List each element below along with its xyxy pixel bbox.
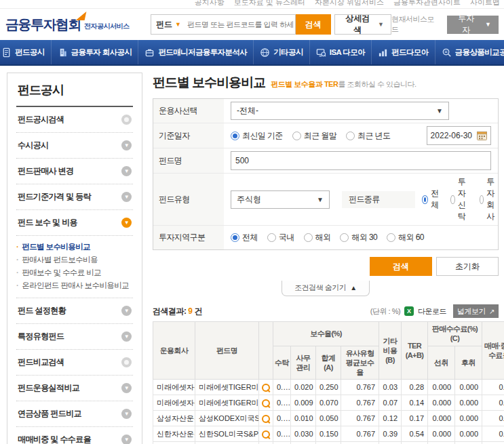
- nav-item[interactable]: 펀드다모아: [371, 40, 435, 64]
- cell-fund-name: 미래에셋TIGER미…: [195, 380, 259, 395]
- cell-value: 0.12: [379, 411, 402, 426]
- cell-value: 0.…: [273, 395, 291, 411]
- cell-value: 0.07: [379, 395, 402, 411]
- dot-icon: [121, 357, 132, 367]
- sidebar-item[interactable]: 매매비중 및 수수료율▼: [16, 427, 133, 444]
- nav-item[interactable]: 펀드매니저금융투자분석사: [138, 40, 253, 64]
- radio-dot: [292, 132, 301, 140]
- radio-option[interactable]: 투자신탁: [450, 176, 469, 222]
- sidebar-subitem[interactable]: ·판매보수 및 수수료 비교: [16, 266, 133, 279]
- calendar-icon[interactable]: [477, 131, 487, 140]
- sidebar-subitem-label: 판매보수 및 수수료 비교: [22, 266, 101, 279]
- search-scope-dropdown[interactable]: 펀드 ▼: [151, 19, 186, 31]
- table-row: 미래에셋자산…미래에셋TIGER미…0.…0.0090.0700.7670.07…: [153, 395, 504, 411]
- radio-option[interactable]: 전체: [422, 188, 441, 211]
- sidebar-item[interactable]: 연금상품 펀드비교▼: [16, 401, 133, 427]
- top-utility-links: 공지사항보도자료 및 뉴스레터자본시장 위임서비스금융투자관련사이트사이트맵: [185, 0, 500, 7]
- radio-option[interactable]: 해외: [304, 232, 331, 243]
- logo[interactable]: 금융투자협회 전자공시서비스: [5, 18, 147, 31]
- sidebar-item[interactable]: 펀드판매사 변경▼: [16, 159, 133, 184]
- sidebar-subitem[interactable]: ·펀드별 보수비용비교: [16, 241, 133, 254]
- radio-option[interactable]: 전체: [231, 232, 258, 243]
- company-select[interactable]: -전체- ▼: [231, 102, 449, 120]
- radio-label: 해외 60: [398, 232, 424, 243]
- radio-option[interactable]: 최근 월말: [292, 130, 336, 142]
- magnifier-icon[interactable]: [262, 415, 270, 423]
- col-front-load: 선취: [428, 346, 455, 380]
- sidebar-item[interactable]: 수시공시▼: [16, 133, 133, 159]
- excel-icon[interactable]: X: [404, 306, 414, 316]
- sidebar-item[interactable]: 펀드 설정현황▼: [16, 298, 133, 324]
- col-company: 운용회사: [153, 322, 195, 380]
- radio-option[interactable]: 국내: [267, 232, 294, 243]
- cell-value: 0.03: [379, 380, 402, 395]
- radio-option[interactable]: 최근 년도: [346, 130, 390, 142]
- nav-item-label: 펀드다모아: [391, 47, 429, 58]
- top-link[interactable]: 자본시장 위임서비스: [315, 0, 384, 6]
- sidebar-item[interactable]: 펀드비교검색: [16, 350, 133, 376]
- sidebar-subitem[interactable]: ·온라인펀드 판매사 보수비용비교: [16, 279, 133, 292]
- region-radios: 전체국내해외해외 30해외 60: [224, 226, 498, 249]
- magnifier-icon[interactable]: [262, 384, 270, 392]
- chevron-down-icon: ▼: [121, 218, 132, 228]
- nav-item[interactable]: 기타공시: [253, 40, 309, 64]
- magnifier-icon[interactable]: [262, 399, 270, 407]
- header-search: 펀드 ▼ 검색 상세검색 ▼: [151, 14, 391, 35]
- radio-dot: [346, 132, 355, 140]
- form-reset-button[interactable]: 초기화: [436, 257, 499, 276]
- search-button[interactable]: 검색: [296, 14, 331, 35]
- radio-option[interactable]: 투자회사: [480, 176, 499, 222]
- radio-option[interactable]: 최신일 기준: [231, 130, 283, 142]
- radio-dot: [422, 195, 428, 204]
- cell-company: 미래에셋자산…: [153, 395, 195, 411]
- top-link[interactable]: 금융투자관련사이트: [393, 0, 461, 6]
- cell-value: 0.000: [428, 426, 455, 442]
- region-label: 투자지역구분: [153, 226, 224, 249]
- sidebar-item-label: 수시공시: [18, 140, 49, 151]
- nav-item[interactable]: ISA 다모아: [309, 40, 371, 64]
- cell-value: 0.…: [273, 426, 291, 442]
- fund-type-select[interactable]: 주식형 ▼: [231, 190, 330, 209]
- cell-company: 신한자산운용: [153, 426, 195, 442]
- top-link[interactable]: 사이트맵: [470, 0, 500, 6]
- base-date-label: 기준일자: [153, 123, 224, 148]
- dot-icon: [121, 115, 132, 125]
- chevron-down-icon: ▼: [436, 107, 443, 115]
- cell-value: 0.000: [428, 380, 455, 395]
- cell-value: 0.…: [273, 411, 291, 426]
- magnifier-icon[interactable]: [262, 430, 270, 439]
- radio-option[interactable]: 해외 30: [340, 232, 377, 243]
- chevron-down-icon: ▼: [121, 192, 132, 202]
- download-link[interactable]: 다운로드: [418, 306, 446, 317]
- sidebar-item[interactable]: 펀드기준가격 및 등락▼: [16, 184, 133, 210]
- service-mode-label: 현재서비스모드: [391, 14, 441, 35]
- fund-name-input[interactable]: [231, 151, 491, 170]
- service-mode-dropdown[interactable]: 투자자 ▼: [447, 16, 499, 34]
- cell-value: 0.0986: [482, 395, 504, 411]
- sidebar-item[interactable]: 펀드운용실적비교▼: [16, 376, 133, 401]
- col-ter: TER (A+B): [402, 322, 428, 380]
- radio-dot: [387, 233, 395, 242]
- chevron-up-icon: ▲: [350, 284, 356, 291]
- top-link[interactable]: 공지사항: [195, 0, 225, 6]
- detail-search-button[interactable]: 상세검색 ▼: [334, 14, 391, 35]
- sidebar-submenu: ·펀드별 보수비용비교·판매사별 펀드보수비용·판매보수 및 수수료 비교·온라…: [16, 236, 133, 298]
- sidebar-item[interactable]: 특정유형펀드▼: [16, 324, 133, 350]
- radio-dot: [480, 195, 484, 204]
- nav-item[interactable]: 금융상품비교공시: [435, 40, 504, 64]
- date-field[interactable]: 2022-06-30: [427, 126, 491, 145]
- cell-value: 0.000: [455, 395, 482, 411]
- chevron-down-icon: ▼: [378, 21, 384, 28]
- form-search-button[interactable]: 검색: [370, 257, 432, 276]
- cell-detail: [259, 426, 273, 442]
- search-input[interactable]: [186, 20, 295, 29]
- sidebar-item[interactable]: 펀드공시검색: [16, 107, 133, 133]
- sidebar-subitem[interactable]: ·판매사별 펀드보수비용: [16, 254, 133, 266]
- radio-option[interactable]: 해외 60: [387, 232, 424, 243]
- nav-item[interactable]: 금융투자 회사공시: [51, 40, 138, 64]
- hide-conditions-tab[interactable]: 조건검색 숨기기 ▲: [282, 281, 370, 296]
- wide-view-button[interactable]: 넓게보기 ↗: [453, 304, 499, 318]
- top-link[interactable]: 보도자료 및 뉴스레터: [234, 0, 305, 6]
- sidebar-item[interactable]: 펀드 보수 및 비용▼: [16, 210, 133, 236]
- nav-item[interactable]: 펀드공시: [0, 40, 51, 64]
